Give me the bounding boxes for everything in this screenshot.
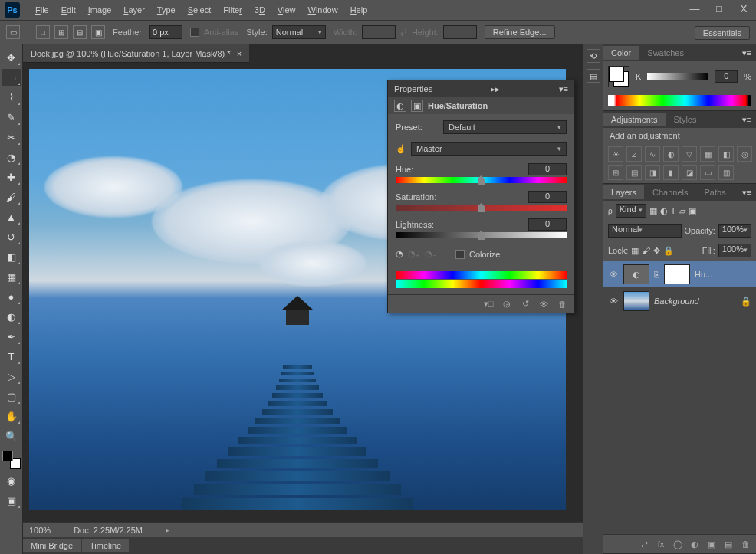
tab-swatches[interactable]: Swatches: [639, 46, 692, 60]
adj-hue-icon[interactable]: ▦: [700, 146, 715, 162]
collapsed-history-icon[interactable]: ⟲: [587, 49, 600, 63]
delete-adj-icon[interactable]: 🗑: [556, 298, 568, 310]
adj-icon[interactable]: ◐: [394, 100, 406, 112]
menu-window[interactable]: Window: [302, 2, 344, 18]
menu-3d[interactable]: 3D: [248, 2, 271, 18]
menu-view[interactable]: View: [271, 2, 302, 18]
tool-screenmode[interactable]: ▣: [2, 492, 21, 509]
visibility-icon[interactable]: 👁: [537, 298, 550, 310]
layer-name[interactable]: Background: [654, 297, 736, 306]
hue-range-bar-top[interactable]: [396, 271, 567, 279]
tool-zoom[interactable]: 🔍: [2, 428, 21, 444]
adj-channel-mixer-icon[interactable]: ⊞: [608, 165, 623, 180]
menu-select[interactable]: Select: [182, 2, 218, 18]
menu-edit[interactable]: Edit: [55, 2, 82, 18]
channel-select[interactable]: Master▾: [411, 142, 567, 156]
lock-position-icon[interactable]: ✥: [653, 246, 660, 256]
lightness-value[interactable]: 0: [528, 218, 567, 231]
lock-pixels-icon[interactable]: 🖌: [642, 246, 650, 255]
saturation-value[interactable]: 0: [528, 191, 567, 203]
k-value[interactable]: 0: [715, 70, 738, 83]
k-slider[interactable]: [647, 73, 708, 80]
antialias-checkbox[interactable]: [190, 28, 199, 37]
tool-type[interactable]: T: [2, 348, 21, 365]
selection-add-icon[interactable]: ⊞: [54, 25, 68, 39]
layer-thumb[interactable]: [623, 291, 649, 311]
close-button[interactable]: X: [735, 2, 753, 15]
color-panel-menu-icon[interactable]: ▾≡: [738, 48, 756, 58]
adj-color-lookup-icon[interactable]: ▤: [626, 165, 642, 180]
foreground-background-swatch[interactable]: [2, 451, 21, 469]
layers-panel-menu-icon[interactable]: ▾≡: [738, 188, 756, 198]
tool-marquee[interactable]: ▭: [2, 69, 21, 86]
adj-vibrance-icon[interactable]: ▽: [682, 146, 697, 162]
tool-rectangle[interactable]: ▢: [2, 388, 21, 405]
tab-channels[interactable]: Channels: [645, 185, 695, 199]
maximize-button[interactable]: □: [710, 2, 728, 15]
color-spectrum[interactable]: [608, 95, 751, 106]
tool-path-select[interactable]: ▷: [2, 368, 21, 385]
tool-dodge[interactable]: ◐: [2, 308, 21, 325]
tab-paths[interactable]: Paths: [697, 185, 734, 199]
blend-mode-select[interactable]: Normal▾: [608, 224, 682, 238]
lock-trans-icon[interactable]: ▦: [631, 246, 639, 256]
visibility-toggle[interactable]: 👁: [608, 296, 619, 307]
visibility-toggle[interactable]: 👁: [608, 269, 619, 280]
selection-intersect-icon[interactable]: ▣: [91, 25, 105, 39]
tab-color[interactable]: Color: [603, 46, 639, 60]
properties-collapse-icon[interactable]: ▸▸: [491, 84, 500, 94]
adj-selective-icon[interactable]: ▥: [718, 165, 734, 180]
menu-file[interactable]: File: [29, 2, 55, 18]
colorize-checkbox[interactable]: [455, 250, 465, 259]
layer-row-huesat[interactable]: 👁 ◐ ⎘ Hu...: [603, 261, 756, 287]
mask-view-icon[interactable]: ▣: [411, 100, 423, 112]
filter-smart-icon[interactable]: ▣: [689, 206, 696, 216]
document-tab-close[interactable]: ×: [237, 49, 242, 58]
document-tab[interactable]: Dock.jpg @ 100% (Hue/Saturation 1, Layer…: [23, 44, 249, 63]
filter-pixel-icon[interactable]: ▦: [649, 206, 657, 216]
tool-eraser[interactable]: ◧: [2, 248, 21, 265]
eyedropper-minus-icon[interactable]: ◔₋: [425, 249, 437, 259]
tool-quick-select[interactable]: ✎: [2, 109, 21, 126]
adjustments-panel-menu-icon[interactable]: ▾≡: [738, 115, 756, 125]
adj-levels-icon[interactable]: ⊿: [626, 146, 642, 162]
tab-mini-bridge[interactable]: Mini Bridge: [23, 539, 81, 552]
fx-icon[interactable]: fx: [655, 538, 667, 550]
link-layers-icon[interactable]: ⇄: [638, 538, 650, 550]
new-adj-icon[interactable]: ◐: [689, 538, 701, 550]
selection-subtract-icon[interactable]: ⊟: [73, 25, 87, 39]
tool-eyedropper[interactable]: ◔: [2, 149, 21, 166]
menu-help[interactable]: Help: [344, 2, 374, 18]
mask-icon[interactable]: ◯: [672, 538, 684, 550]
menu-image[interactable]: Image: [82, 2, 118, 18]
tool-clone[interactable]: ▲: [2, 208, 21, 225]
feather-input[interactable]: [149, 25, 182, 39]
preset-select[interactable]: Default▾: [443, 120, 567, 134]
tab-styles[interactable]: Styles: [666, 113, 705, 126]
status-menu-icon[interactable]: ▸: [166, 526, 169, 534]
adj-brightness-icon[interactable]: ☀: [608, 146, 623, 162]
tool-brush[interactable]: 🖌: [2, 188, 21, 205]
menu-layer[interactable]: Layer: [117, 2, 151, 18]
tool-quickmask[interactable]: ◉: [2, 472, 21, 489]
trash-icon[interactable]: 🗑: [739, 538, 751, 550]
prev-state-icon[interactable]: ◶: [501, 298, 513, 310]
adj-exposure-icon[interactable]: ◐: [663, 146, 679, 162]
reset-icon[interactable]: ↺: [519, 298, 531, 310]
properties-menu-icon[interactable]: ▾≡: [559, 84, 568, 94]
style-select[interactable]: Normal▾: [272, 25, 326, 39]
tool-history-brush[interactable]: ↺: [2, 228, 21, 245]
layer-name[interactable]: Hu...: [695, 270, 751, 279]
layer-row-background[interactable]: 👁 Background 🔒: [603, 287, 756, 314]
tool-lasso[interactable]: ⌇: [2, 89, 21, 106]
hue-slider[interactable]: [396, 177, 567, 183]
refine-edge-button[interactable]: Refine Edge...: [485, 25, 555, 39]
opacity-select[interactable]: 100%▾: [718, 224, 751, 238]
layer-mask-thumb[interactable]: [664, 264, 690, 284]
eyedropper-icon[interactable]: ◔: [396, 249, 403, 259]
new-layer-icon[interactable]: ▤: [722, 538, 735, 550]
adj-bw-icon[interactable]: ◧: [718, 146, 734, 162]
tool-hand[interactable]: ✋: [2, 408, 21, 425]
filter-adj-icon[interactable]: ◐: [660, 206, 668, 216]
adj-threshold-icon[interactable]: ◪: [682, 165, 697, 180]
